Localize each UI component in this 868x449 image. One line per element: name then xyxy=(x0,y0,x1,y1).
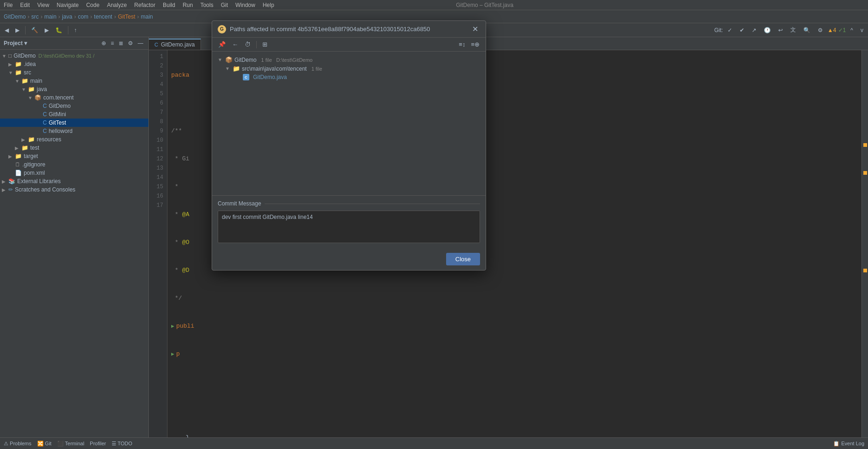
bc-main[interactable]: main xyxy=(44,13,56,20)
toolbar-chevron-down[interactable]: v xyxy=(858,26,866,35)
folder-icon-main: 📁 xyxy=(21,78,28,84)
modal-package-label: src\main\java\com\tencent xyxy=(242,66,307,72)
run-icon-11[interactable]: ▶ xyxy=(171,350,174,359)
toolbar-git-check2[interactable]: ✔ xyxy=(737,26,747,35)
sidebar-locate[interactable]: ⊕ xyxy=(100,39,107,47)
java-label: java xyxy=(37,86,47,92)
run-icon-10[interactable]: ▶ xyxy=(171,322,174,331)
toolbar-forward[interactable]: ▶ xyxy=(13,26,22,35)
toolbar-debug[interactable]: 🐛 xyxy=(53,26,65,35)
bc-gitdemo[interactable]: GitDemo xyxy=(4,13,26,20)
toolbar-settings[interactable]: ⚙ xyxy=(815,26,826,35)
gittest-file-label: GitTest xyxy=(49,119,66,126)
toolbar-git-check[interactable]: ✓ xyxy=(725,26,735,35)
menu-window[interactable]: Window xyxy=(235,2,255,8)
bc-tencent[interactable]: tencent xyxy=(94,13,112,20)
extlibs-label: External Libraries xyxy=(17,178,60,185)
sidebar-sort[interactable]: ≡ xyxy=(109,39,115,47)
modal-close-x[interactable]: ✕ xyxy=(470,25,480,33)
status-problems[interactable]: ⚠ Problems xyxy=(4,441,32,447)
menu-run[interactable]: Run xyxy=(183,2,193,8)
editor-tab-gitdemo[interactable]: C GitDemo.java xyxy=(149,39,201,50)
modal-close-button[interactable]: Close xyxy=(446,253,480,265)
toolbar-git-revert[interactable]: ↩ xyxy=(775,26,786,35)
modal-options[interactable]: ≡⊕ xyxy=(468,40,482,49)
status-todo[interactable]: ☰ TODO xyxy=(112,441,132,447)
menu-build[interactable]: Build xyxy=(163,2,175,8)
modal-sort[interactable]: ≡↕ xyxy=(456,40,467,49)
toolbar-translate[interactable]: 文 xyxy=(788,25,799,35)
menu-view[interactable]: View xyxy=(37,2,49,8)
gutter-warning-2[interactable] xyxy=(863,171,867,175)
status-event-log[interactable]: 📋 Event Log xyxy=(833,441,864,447)
sidebar-item-java[interactable]: ▼ 📁 java xyxy=(0,85,148,93)
menu-file[interactable]: File xyxy=(4,2,13,8)
toolbar-search[interactable]: 🔍 xyxy=(801,26,813,35)
bc-src[interactable]: src xyxy=(31,13,39,20)
toolbar-build[interactable]: 🔨 xyxy=(28,26,41,35)
status-git[interactable]: 🔀 Git xyxy=(37,441,52,447)
toolbar-git-arrow[interactable]: ↗ xyxy=(749,26,759,35)
sidebar-options[interactable]: ≣ xyxy=(117,39,125,47)
bc-com[interactable]: com xyxy=(78,13,88,20)
modal-history[interactable]: ⏱ xyxy=(242,40,253,49)
folder-icon-idea: 📁 xyxy=(15,61,22,67)
folder-icon-resources: 📁 xyxy=(28,136,35,143)
modal-tree-package[interactable]: ▼ 📁 src\main\java\com\tencent 1 file xyxy=(212,64,486,73)
sidebar-close[interactable]: — xyxy=(136,39,145,47)
gutter-warning-3[interactable] xyxy=(863,269,867,272)
gutter-warning-1[interactable] xyxy=(863,143,867,147)
toolbar-chevron-up[interactable]: ^ xyxy=(848,26,856,35)
menu-edit[interactable]: Edit xyxy=(20,2,30,8)
sidebar-item-helloword[interactable]: ▶ C helloword xyxy=(0,127,148,135)
sidebar-item-gittest[interactable]: ▶ C GitTest xyxy=(0,119,148,127)
menu-help[interactable]: Help xyxy=(263,2,274,8)
sidebar-item-target[interactable]: ▶ 📁 target xyxy=(0,152,148,160)
toolbar-run[interactable]: ▶ xyxy=(42,26,52,35)
sidebar-item-resources[interactable]: ▶ 📁 resources xyxy=(0,135,148,144)
sidebar-item-idea[interactable]: ▶ 📁 .idea xyxy=(0,60,148,68)
expand-arrow-test: ▶ xyxy=(15,145,21,151)
menu-refactor[interactable]: Refactor xyxy=(134,2,155,8)
modal-pin[interactable]: 📌 xyxy=(216,40,228,49)
status-terminal[interactable]: ⬛ Terminal xyxy=(57,441,84,447)
sidebar-item-test[interactable]: ▶ 📁 test xyxy=(0,144,148,152)
bc-java[interactable]: java xyxy=(62,13,72,20)
code-line-14: } xyxy=(171,433,864,437)
code-line-13 xyxy=(171,405,864,415)
menu-navigate[interactable]: Navigate xyxy=(57,2,79,8)
sidebar-item-pom[interactable]: ▶ 📄 pom.xml xyxy=(0,169,148,177)
sidebar-item-gitignore[interactable]: ▶ 🗒 .gitignore xyxy=(0,160,148,169)
toolbar-vcs[interactable]: ↑ xyxy=(71,26,80,35)
sidebar-item-scratches[interactable]: ▶ ✏ Scratches and Consoles xyxy=(0,185,148,194)
scratches-label: Scratches and Consoles xyxy=(15,186,75,193)
modal-package-extra: 1 file xyxy=(311,66,322,72)
sidebar-item-src[interactable]: ▼ 📁 src xyxy=(0,68,148,77)
main-label: main xyxy=(30,78,42,84)
modal-expand[interactable]: ⊞ xyxy=(260,40,270,49)
menu-tools[interactable]: Tools xyxy=(200,2,214,8)
sidebar-item-gitdemo-root[interactable]: ▼ □ GitDemo D:\test\GitDemo dev 31 / xyxy=(0,52,148,60)
modal-tree-gitdemo-java[interactable]: ▶ C GitDemo.java xyxy=(212,73,486,81)
toolbar-right: Git: ✓ ✔ ↗ 🕐 ↩ 文 🔍 ⚙ ▲4 ✓1 ^ v xyxy=(714,25,866,35)
toolbar-git-history[interactable]: 🕐 xyxy=(761,26,774,35)
bc-gittest[interactable]: GitTest xyxy=(118,13,135,20)
modal-back[interactable]: ← xyxy=(230,40,240,49)
modal-tree-gitdemo[interactable]: ▼ 📦 GitDemo 1 file D:\test\GitDemo xyxy=(212,55,486,64)
sidebar-settings[interactable]: ⚙ xyxy=(127,39,134,47)
sidebar-item-gitmini[interactable]: ▶ C GitMini xyxy=(0,110,148,119)
status-profiler[interactable]: Profiler xyxy=(90,441,106,446)
sidebar-item-com-tencent[interactable]: ▼ 📦 com.tencent xyxy=(0,93,148,102)
menu-analyze[interactable]: Analyze xyxy=(107,2,127,8)
java-tab-icon: C xyxy=(154,42,158,47)
menu-code[interactable]: Code xyxy=(86,2,100,8)
commit-message-textarea[interactable]: dev first commit GitDemo.java line14 xyxy=(218,211,480,243)
sidebar-item-extlibs[interactable]: ▶ 📚 External Libraries xyxy=(0,177,148,185)
menu-bar: File Edit View Navigate Code Analyze Ref… xyxy=(0,0,868,10)
toolbar-back[interactable]: ◀ xyxy=(2,26,12,35)
code-line-9: */ xyxy=(171,294,864,303)
bc-main-method[interactable]: main xyxy=(141,13,153,20)
sidebar-item-gitdemo[interactable]: ▶ C GitDemo xyxy=(0,102,148,110)
sidebar-item-main[interactable]: ▼ 📁 main xyxy=(0,77,148,85)
menu-git[interactable]: Git xyxy=(221,2,228,8)
